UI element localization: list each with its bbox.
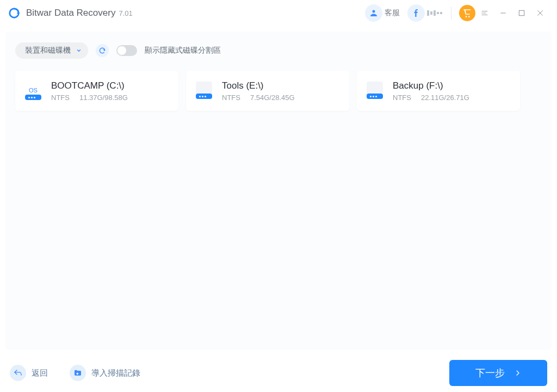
- dropdown-label: 裝置和磁碟機: [25, 46, 71, 55]
- drive-card-c[interactable]: OS BOOTCAMP (C:\) NTFS 11.37G/98.58G: [15, 71, 178, 111]
- facebook-icon[interactable]: [407, 4, 425, 22]
- drive-cards: OS BOOTCAMP (C:\) NTFS 11.37G/98.58G: [15, 71, 542, 111]
- drive-size: 11.37G/98.58G: [79, 94, 128, 102]
- app-title: Bitwar Data Recovery: [26, 8, 115, 18]
- app-version: 7.01: [119, 9, 132, 17]
- drive-name: Backup (F:\): [393, 80, 469, 91]
- drive-card-f[interactable]: Backup (F:\) NTFS 22.11G/26.71G: [357, 71, 520, 111]
- app-logo: [8, 7, 21, 20]
- import-label: 導入掃描記錄: [91, 368, 140, 378]
- import-button[interactable]: 導入掃描記錄: [70, 365, 140, 381]
- drive-name: BOOTCAMP (C:\): [51, 80, 128, 91]
- drive-fs: NTFS: [51, 94, 70, 102]
- minimize-button[interactable]: [494, 4, 512, 22]
- drive-fs: NTFS: [222, 94, 240, 102]
- drive-card-e[interactable]: Tools (E:\) NTFS 7.54G/28.45G: [186, 71, 349, 111]
- chevron-right-icon: [515, 368, 521, 379]
- support-label[interactable]: 客服: [385, 8, 400, 18]
- drive-fs: NTFS: [393, 94, 411, 102]
- content-area: 裝置和磁碟機 顯示隱藏式磁碟分割區 OS BOOTCAMP (C:\): [0, 26, 557, 356]
- support-icon[interactable]: [365, 4, 382, 22]
- chevron-down-icon: [76, 46, 82, 55]
- back-button[interactable]: 返回: [10, 365, 48, 381]
- drive-size: 22.11G/26.71G: [421, 94, 469, 102]
- cart-button[interactable]: [459, 5, 475, 21]
- next-label: 下一步: [475, 366, 505, 379]
- device-dropdown[interactable]: 裝置和磁碟機: [15, 42, 88, 59]
- toolbar-row: 裝置和磁碟機 顯示隱藏式磁碟分割區: [15, 42, 542, 59]
- toggle-label: 顯示隱藏式磁碟分割區: [145, 46, 221, 55]
- drive-icon: [364, 80, 385, 101]
- drive-icon: [194, 80, 214, 101]
- hidden-toggle[interactable]: [116, 45, 137, 56]
- titlebar: Bitwar Data Recovery 7.01 客服: [0, 0, 557, 26]
- svg-rect-8: [519, 10, 524, 15]
- next-button[interactable]: 下一步: [449, 360, 547, 386]
- divider: [451, 7, 451, 20]
- maximize-button[interactable]: [512, 4, 531, 22]
- footer: 返回 導入掃描記錄 下一步: [0, 354, 557, 392]
- svg-rect-13: [76, 374, 78, 374]
- refresh-button[interactable]: [96, 44, 109, 57]
- back-icon: [10, 365, 26, 381]
- main-panel: 裝置和磁碟機 顯示隱藏式磁碟分割區 OS BOOTCAMP (C:\): [5, 32, 552, 350]
- obscured-text: [427, 9, 442, 17]
- folder-icon: [70, 365, 86, 381]
- menu-button[interactable]: [475, 4, 494, 22]
- close-button[interactable]: [531, 4, 549, 22]
- drive-name: Tools (E:\): [222, 80, 295, 91]
- back-label: 返回: [32, 368, 48, 378]
- drive-size: 7.54G/28.45G: [250, 94, 295, 102]
- drive-os-icon: OS: [23, 80, 44, 101]
